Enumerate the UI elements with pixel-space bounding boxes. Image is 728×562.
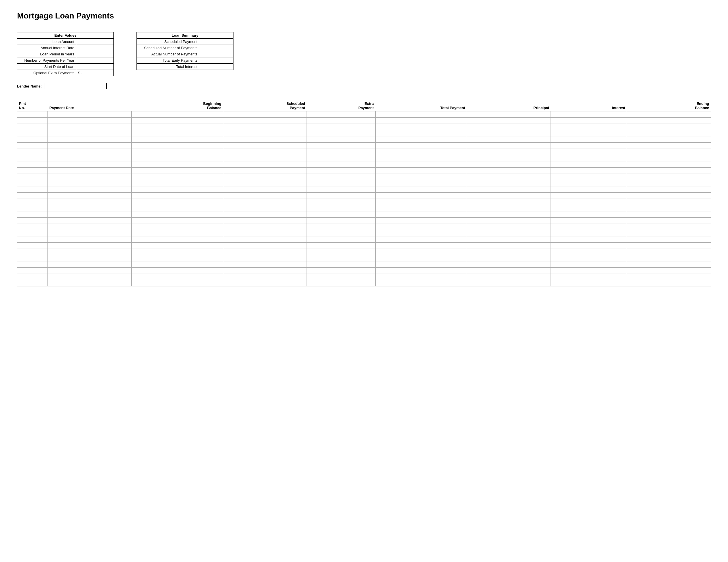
table-cell bbox=[307, 280, 375, 286]
table-cell bbox=[223, 168, 307, 174]
table-cell bbox=[307, 274, 375, 280]
num-payments-value[interactable] bbox=[76, 57, 114, 64]
col-header-pmt-no: Pmt No. bbox=[17, 101, 48, 111]
table-row bbox=[17, 237, 711, 243]
table-cell bbox=[551, 218, 627, 224]
table-cell bbox=[48, 130, 132, 136]
table-cell bbox=[551, 205, 627, 212]
table-cell bbox=[467, 218, 551, 224]
table-cell bbox=[48, 186, 132, 193]
table-cell bbox=[467, 155, 551, 161]
col-header-interest: Interest bbox=[551, 101, 627, 111]
table-cell bbox=[467, 161, 551, 168]
start-date-value[interactable] bbox=[76, 64, 114, 70]
table-cell bbox=[627, 199, 711, 205]
table-cell bbox=[223, 161, 307, 168]
table-cell bbox=[627, 255, 711, 262]
table-cell bbox=[627, 136, 711, 143]
actual-num-payments-value bbox=[199, 51, 233, 57]
table-cell bbox=[223, 136, 307, 143]
table-cell bbox=[467, 224, 551, 230]
table-cell bbox=[307, 237, 375, 243]
loan-amount-value[interactable] bbox=[76, 39, 114, 45]
table-cell bbox=[551, 124, 627, 130]
table-row bbox=[17, 174, 711, 180]
table-cell bbox=[223, 186, 307, 193]
table-cell bbox=[375, 249, 467, 255]
table-cell bbox=[375, 218, 467, 224]
table-cell bbox=[375, 243, 467, 249]
table-cell bbox=[551, 249, 627, 255]
bottom-divider bbox=[17, 96, 711, 96]
table-cell bbox=[551, 149, 627, 155]
loan-period-value[interactable] bbox=[76, 51, 114, 57]
table-row bbox=[17, 199, 711, 205]
table-cell bbox=[375, 155, 467, 161]
table-cell bbox=[48, 249, 132, 255]
table-cell bbox=[375, 143, 467, 149]
table-cell bbox=[627, 186, 711, 193]
table-cell bbox=[132, 174, 223, 180]
table-cell bbox=[551, 136, 627, 143]
table-row bbox=[17, 205, 711, 212]
table-cell bbox=[17, 174, 48, 180]
table-cell bbox=[132, 149, 223, 155]
table-cell bbox=[17, 230, 48, 237]
table-cell bbox=[223, 243, 307, 249]
table-cell bbox=[48, 143, 132, 149]
table-row bbox=[17, 186, 711, 193]
table-cell bbox=[48, 136, 132, 143]
table-row bbox=[17, 224, 711, 230]
table-cell bbox=[551, 255, 627, 262]
table-cell bbox=[551, 212, 627, 218]
table-cell bbox=[132, 237, 223, 243]
col-header-beginning-balance: Beginning Balance bbox=[132, 101, 223, 111]
table-cell bbox=[17, 205, 48, 212]
table-cell bbox=[48, 161, 132, 168]
num-payments-label: Number of Payments Per Year bbox=[17, 57, 76, 64]
table-cell bbox=[551, 180, 627, 186]
table-cell bbox=[48, 205, 132, 212]
table-cell bbox=[627, 193, 711, 199]
table-cell bbox=[551, 280, 627, 286]
col-header-sched-line2: Payment bbox=[290, 106, 305, 110]
table-cell bbox=[223, 124, 307, 130]
table-cell bbox=[48, 168, 132, 174]
table-cell bbox=[307, 118, 375, 124]
annual-interest-rate-value[interactable] bbox=[76, 45, 114, 51]
table-cell bbox=[17, 262, 48, 268]
table-cell bbox=[17, 212, 48, 218]
table-cell bbox=[132, 230, 223, 237]
table-cell bbox=[307, 130, 375, 136]
table-cell bbox=[307, 249, 375, 255]
table-cell bbox=[627, 274, 711, 280]
table-cell bbox=[17, 161, 48, 168]
table-cell bbox=[627, 237, 711, 243]
col-header-extra-line2: Payment bbox=[358, 106, 374, 110]
total-early-payments-label: Total Early Payments bbox=[137, 57, 199, 64]
table-cell bbox=[375, 199, 467, 205]
table-row bbox=[17, 155, 711, 161]
table-cell bbox=[627, 180, 711, 186]
table-cell bbox=[467, 230, 551, 237]
table-cell bbox=[223, 262, 307, 268]
extra-payments-value[interactable]: $ - bbox=[76, 70, 114, 76]
lender-row: Lender Name: bbox=[17, 83, 711, 89]
loan-summary-header: Loan Summary bbox=[137, 32, 233, 39]
table-cell bbox=[551, 161, 627, 168]
table-row bbox=[17, 161, 711, 168]
col-header-extra-payment: Extra Payment bbox=[307, 101, 375, 111]
table-cell bbox=[17, 193, 48, 199]
table-cell bbox=[223, 111, 307, 118]
table-cell bbox=[132, 255, 223, 262]
enter-values-section: Enter Values Loan Amount Annual Interest… bbox=[17, 32, 114, 76]
table-cell bbox=[551, 111, 627, 118]
col-header-scheduled-payment: Scheduled Payment bbox=[223, 101, 307, 111]
lender-name-input[interactable] bbox=[44, 83, 107, 89]
table-cell bbox=[307, 212, 375, 218]
col-header-end-line2: Balance bbox=[695, 106, 709, 110]
table-cell bbox=[223, 218, 307, 224]
table-cell bbox=[375, 124, 467, 130]
table-cell bbox=[375, 118, 467, 124]
table-cell bbox=[132, 136, 223, 143]
